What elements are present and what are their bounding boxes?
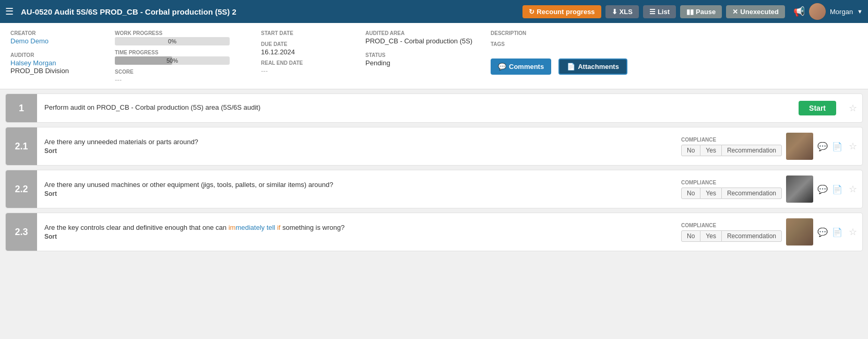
xls-button[interactable]: ⬇ XLS — [605, 5, 639, 18]
list-icon: ☰ — [649, 8, 656, 16]
close-icon: ✕ — [732, 8, 738, 16]
thumbnail-23 — [786, 218, 813, 246]
highlight-mediately-tell: mediately tell — [235, 224, 275, 231]
work-progress-bar: 0% — [115, 37, 230, 45]
action-buttons: 💬 Comments 📄 Attachments — [491, 59, 847, 75]
avatar[interactable] — [809, 3, 826, 20]
star-button-21[interactable]: ☆ — [849, 141, 857, 152]
dates-col: START DATE DUE DATE 16.12.2024 REAL END … — [261, 30, 365, 84]
desc-col: DESCRIPTION TAGS 💬 Comments 📄 Attachment… — [491, 30, 858, 84]
item-question-1: Perform audit on PROD_CB - Corbal produc… — [44, 103, 437, 111]
download-icon: ⬇ — [612, 8, 617, 16]
creator-value[interactable]: Demo Demo — [10, 37, 104, 45]
start-button[interactable]: Start — [799, 101, 836, 115]
description-label: DESCRIPTION — [491, 30, 847, 36]
item-right-23: COMPLIANCE No Yes Recommendation 💬 📄 ☆ — [676, 213, 862, 251]
yes-button-21[interactable]: Yes — [700, 145, 721, 156]
highlight-im: im — [229, 224, 236, 231]
item-right-21: COMPLIANCE No Yes Recommendation 💬 📄 ☆ — [676, 127, 862, 165]
user-name: Morgan — [830, 8, 853, 16]
thumbnail-21 — [786, 133, 813, 160]
comment-icon-23[interactable]: 💬 — [817, 227, 828, 237]
creator-col: CREATOR Demo Demo AUDITOR Halsey Morgan … — [10, 30, 115, 84]
hamburger-menu-icon[interactable]: ☰ — [5, 6, 14, 17]
megaphone-icon: 📢 — [793, 6, 805, 17]
area-col: AUDITED AREA PROD_CB - Corbal production… — [365, 30, 491, 84]
item-number-23: 2.3 — [6, 213, 37, 251]
recommendation-button-21[interactable]: Recommendation — [721, 145, 782, 156]
refresh-icon: ↻ — [529, 8, 534, 16]
auditor-label: AUDITOR — [10, 52, 104, 58]
no-button-22[interactable]: No — [681, 188, 700, 199]
compliance-buttons-23: No Yes Recommendation — [681, 230, 782, 242]
compliance-block-21: COMPLIANCE No Yes Recommendation — [681, 137, 782, 156]
comment-icon-22[interactable]: 💬 — [817, 184, 828, 194]
attachment-icon: 📄 — [567, 63, 575, 71]
table-row: 2.2 Are there any unused machines or oth… — [5, 170, 863, 208]
compliance-label-22: COMPLIANCE — [681, 180, 716, 185]
time-progress-bar: 50% — [115, 56, 230, 65]
star-button-22[interactable]: ☆ — [849, 183, 857, 195]
time-progress-fill — [115, 56, 172, 65]
star-area-1: ☆ — [841, 94, 862, 122]
highlight-if: if — [275, 224, 280, 231]
chevron-down-icon: ▼ — [857, 8, 863, 15]
item-body-22: Are there any unused machines or other e… — [37, 170, 676, 208]
audited-area-value: PROD_CB - Corbal production (5S) — [365, 37, 480, 45]
attachments-button[interactable]: 📄 Attachments — [558, 59, 627, 75]
item-question-21: Are there any unneeded materials or part… — [44, 138, 669, 146]
work-progress-display: 0% — [168, 37, 176, 45]
item-actions-1: Start — [444, 94, 842, 122]
item-tag-23: Sort — [44, 233, 669, 240]
document-icon-22[interactable]: 📄 — [832, 184, 842, 194]
due-date-label: DUE DATE — [261, 41, 355, 47]
thumbnail-22 — [786, 176, 813, 203]
score-label: SCORE — [115, 69, 251, 75]
item-number-21: 2.1 — [6, 127, 37, 165]
work-progress-label: WORK PROGRESS — [115, 30, 251, 36]
real-end-date-value: --- — [261, 67, 355, 75]
compliance-block-23: COMPLIANCE No Yes Recommendation — [681, 223, 782, 242]
list-button[interactable]: ☰ List — [643, 5, 676, 18]
star-button-23[interactable]: ☆ — [849, 226, 857, 238]
item-body-1: Perform audit on PROD_CB - Corbal produc… — [37, 94, 444, 122]
document-icon-21[interactable]: 📄 — [832, 142, 842, 151]
progress-col: WORK PROGRESS 0% TIME PROGRESS 50% SCORE… — [115, 30, 261, 84]
yes-button-23[interactable]: Yes — [700, 230, 721, 242]
item-tag-21: Sort — [44, 147, 669, 155]
recommendation-button-23[interactable]: Recommendation — [721, 230, 782, 242]
page-title: AU-0520 Audit 5S/6S PROD_CB - Corbal pro… — [21, 7, 518, 16]
compliance-block-22: COMPLIANCE No Yes Recommendation — [681, 180, 782, 199]
item-right-22: COMPLIANCE No Yes Recommendation 💬 📄 ☆ — [676, 170, 862, 208]
item-number-22: 2.2 — [6, 170, 37, 208]
compliance-buttons-22: No Yes Recommendation — [681, 188, 782, 199]
audit-list: 1 Perform audit on PROD_CB - Corbal prod… — [0, 93, 868, 261]
comments-button[interactable]: 💬 Comments — [491, 59, 551, 75]
yes-button-22[interactable]: Yes — [700, 188, 721, 199]
status-label: STATUS — [365, 52, 480, 58]
item-question-22: Are there any unused machines or other e… — [44, 181, 669, 189]
table-row: 1 Perform audit on PROD_CB - Corbal prod… — [5, 93, 863, 123]
user-area: 📢 Morgan ▼ — [793, 3, 863, 20]
recommendation-button-22[interactable]: Recommendation — [721, 188, 782, 199]
pause-icon: ▮▮ — [686, 8, 694, 16]
pause-button[interactable]: ▮▮ Pause — [680, 5, 722, 18]
recount-progress-button[interactable]: ↻ Recount progress — [522, 5, 601, 18]
item-question-23: Are the key controls clear and definitiv… — [44, 224, 669, 231]
star-button-1[interactable]: ☆ — [849, 102, 857, 114]
time-progress-label: TIME PROGRESS — [115, 50, 251, 55]
item-body-21: Are there any unneeded materials or part… — [37, 127, 676, 165]
document-icon-23[interactable]: 📄 — [832, 227, 842, 237]
creator-label: CREATOR — [10, 30, 104, 36]
time-progress-display: 50% — [167, 56, 178, 65]
no-button-23[interactable]: No — [681, 230, 700, 242]
table-row: 2.1 Are there any unneeded materials or … — [5, 127, 863, 166]
no-button-21[interactable]: No — [681, 145, 700, 156]
auditor-value[interactable]: Halsey Morgan — [10, 59, 104, 67]
unexecuted-button[interactable]: ✕ Unexecuted — [726, 5, 785, 18]
start-date-label: START DATE — [261, 30, 355, 36]
comment-icon-21[interactable]: 💬 — [817, 142, 828, 151]
real-end-date-label: REAL END DATE — [261, 60, 355, 66]
item-body-23: Are the key controls clear and definitiv… — [37, 213, 676, 251]
score-value: --- — [115, 76, 251, 84]
